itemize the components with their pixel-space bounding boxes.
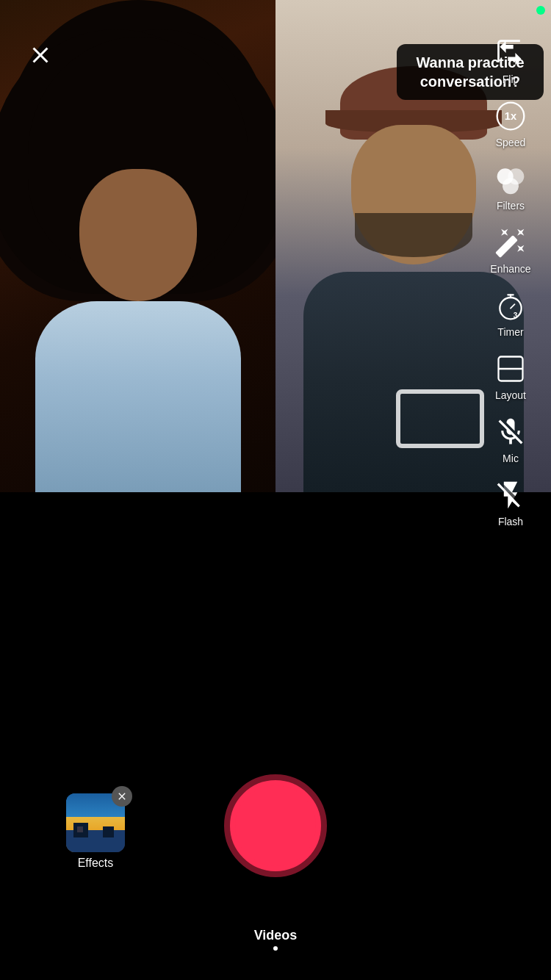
beard <box>355 213 472 257</box>
timer-icon: 3 <box>491 287 530 325</box>
speed-control[interactable]: 1x Speed <box>489 93 533 153</box>
speed-svg: 1x <box>494 100 527 132</box>
filters-label: Filters <box>497 200 525 212</box>
effects-selector[interactable]: Effects <box>66 793 125 870</box>
close-button[interactable] <box>22 37 59 73</box>
layout-svg <box>494 353 527 385</box>
svg-rect-15 <box>103 826 114 837</box>
svg-rect-14 <box>77 826 83 832</box>
flip-label: Flip <box>503 73 519 85</box>
enhance-svg <box>494 226 527 259</box>
hand-object <box>396 389 484 448</box>
svg-text:1x: 1x <box>505 110 517 122</box>
filters-svg <box>494 163 527 195</box>
mic-svg <box>494 416 527 448</box>
layout-icon <box>491 350 530 388</box>
bottom-area: Effects Videos <box>0 492 551 980</box>
mic-control[interactable]: Mic <box>489 408 533 469</box>
camera-left-bg <box>0 0 276 492</box>
enhance-icon <box>491 223 530 262</box>
timer-svg: 3 <box>494 289 527 322</box>
flip-control[interactable]: Flip <box>489 29 533 90</box>
filters-icon <box>491 160 530 198</box>
flash-label: Flash <box>498 516 523 527</box>
mic-icon <box>491 413 530 451</box>
tab-videos[interactable]: Videos <box>0 928 551 958</box>
camera-controls: Flip 1x Speed Filters Enhance <box>478 29 544 535</box>
bottom-tabs: Videos <box>0 928 551 958</box>
status-indicator <box>536 6 545 15</box>
close-icon <box>27 42 54 68</box>
svg-point-4 <box>503 178 519 194</box>
flip-icon <box>491 34 530 72</box>
effects-thumb-wrapper <box>66 793 125 852</box>
tab-active-indicator <box>273 946 278 951</box>
tab-videos-label: Videos <box>254 928 298 943</box>
effects-close-button[interactable] <box>112 786 132 807</box>
flip-svg <box>494 37 527 69</box>
layout-control[interactable]: Layout <box>489 345 533 406</box>
timer-label: Timer <box>497 326 523 338</box>
layout-label: Layout <box>495 389 526 401</box>
svg-text:3: 3 <box>514 311 518 320</box>
filters-control[interactable]: Filters <box>489 156 533 216</box>
camera-viewfinder: Wanna practice conversation? <box>0 0 551 492</box>
record-button-inner <box>235 785 316 866</box>
mic-label: Mic <box>503 453 519 464</box>
flash-svg <box>494 479 527 511</box>
enhance-control[interactable]: Enhance <box>487 219 533 279</box>
record-button[interactable] <box>224 774 327 877</box>
speed-icon: 1x <box>491 97 530 135</box>
flash-control[interactable]: Flash <box>489 472 533 532</box>
flash-icon <box>491 476 530 514</box>
record-section <box>224 774 327 877</box>
enhance-label: Enhance <box>490 263 530 275</box>
body-left <box>35 301 241 492</box>
person-left <box>13 37 263 492</box>
effects-scene-svg <box>66 823 125 852</box>
effects-close-icon <box>116 790 128 802</box>
timer-control[interactable]: 3 Timer <box>489 282 533 342</box>
svg-line-8 <box>511 304 515 309</box>
speed-label: Speed <box>496 137 525 148</box>
camera-left-feed <box>0 0 276 492</box>
face-left <box>79 169 197 301</box>
effects-label: Effects <box>78 857 114 870</box>
